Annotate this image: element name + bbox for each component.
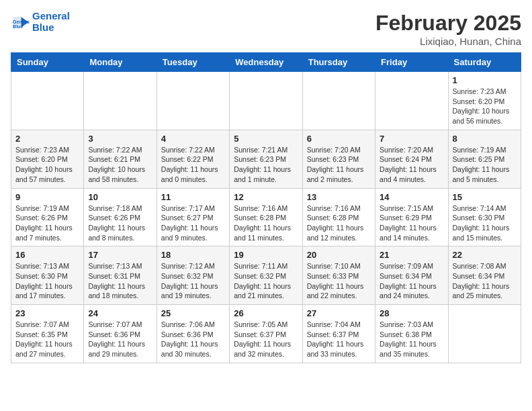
- day-info: Sunrise: 7:18 AM Sunset: 6:26 PM Dayligh…: [88, 203, 152, 243]
- day-number: 27: [307, 308, 371, 318]
- weekday-header-sunday: Sunday: [11, 53, 84, 72]
- weekday-header-saturday: Saturday: [448, 53, 521, 72]
- day-info: Sunrise: 7:21 AM Sunset: 6:23 PM Dayligh…: [234, 145, 298, 185]
- day-number: 19: [234, 250, 298, 260]
- calendar-cell: 2Sunrise: 7:23 AM Sunset: 6:20 PM Daylig…: [11, 130, 84, 188]
- calendar-cell: 4Sunrise: 7:22 AM Sunset: 6:22 PM Daylig…: [157, 130, 229, 188]
- calendar-cell: 23Sunrise: 7:07 AM Sunset: 6:35 PM Dayli…: [11, 305, 84, 363]
- day-number: 4: [161, 134, 225, 144]
- calendar-cell: 27Sunrise: 7:04 AM Sunset: 6:37 PM Dayli…: [302, 305, 375, 363]
- day-info: Sunrise: 7:05 AM Sunset: 6:37 PM Dayligh…: [234, 320, 298, 359]
- title-block: February 2025 Lixiqiao, Hunan, China: [375, 11, 521, 47]
- day-number: 14: [380, 192, 443, 202]
- day-info: Sunrise: 7:19 AM Sunset: 6:26 PM Dayligh…: [15, 203, 79, 243]
- day-number: 11: [161, 192, 225, 202]
- day-info: Sunrise: 7:07 AM Sunset: 6:35 PM Dayligh…: [15, 320, 79, 359]
- day-info: Sunrise: 7:23 AM Sunset: 6:20 PM Dayligh…: [453, 87, 517, 126]
- day-number: 26: [234, 308, 298, 318]
- weekday-header-row: SundayMondayTuesdayWednesdayThursdayFrid…: [11, 53, 521, 72]
- calendar-cell: 5Sunrise: 7:21 AM Sunset: 6:23 PM Daylig…: [230, 130, 302, 188]
- day-number: 18: [161, 250, 225, 260]
- day-info: Sunrise: 7:12 AM Sunset: 6:32 PM Dayligh…: [161, 261, 225, 301]
- calendar-week-row: 2Sunrise: 7:23 AM Sunset: 6:20 PM Daylig…: [11, 130, 521, 188]
- calendar-cell: 14Sunrise: 7:15 AM Sunset: 6:29 PM Dayli…: [375, 188, 448, 246]
- day-number: 15: [453, 192, 517, 202]
- day-number: 21: [380, 250, 443, 260]
- calendar-cell: 6Sunrise: 7:20 AM Sunset: 6:23 PM Daylig…: [302, 130, 375, 188]
- calendar-week-row: 9Sunrise: 7:19 AM Sunset: 6:26 PM Daylig…: [11, 188, 521, 246]
- day-number: 2: [15, 134, 79, 144]
- day-number: 28: [380, 308, 443, 318]
- calendar-cell: 13Sunrise: 7:16 AM Sunset: 6:28 PM Dayli…: [302, 188, 375, 246]
- day-number: 23: [15, 308, 79, 318]
- weekday-header-wednesday: Wednesday: [230, 53, 302, 72]
- day-number: 1: [453, 75, 517, 85]
- day-number: 13: [307, 192, 371, 202]
- day-info: Sunrise: 7:08 AM Sunset: 6:34 PM Dayligh…: [453, 261, 517, 301]
- day-info: Sunrise: 7:10 AM Sunset: 6:33 PM Dayligh…: [307, 261, 371, 301]
- day-info: Sunrise: 7:16 AM Sunset: 6:28 PM Dayligh…: [307, 203, 371, 243]
- logo-icon: General Blue: [11, 13, 30, 32]
- day-number: 10: [88, 192, 152, 202]
- logo-line2: Blue: [32, 22, 70, 34]
- day-info: Sunrise: 7:17 AM Sunset: 6:27 PM Dayligh…: [161, 203, 225, 243]
- page-header: General Blue General Blue February 2025 …: [11, 11, 521, 47]
- calendar-cell: 24Sunrise: 7:07 AM Sunset: 6:36 PM Dayli…: [84, 305, 157, 363]
- day-info: Sunrise: 7:22 AM Sunset: 6:21 PM Dayligh…: [88, 145, 152, 185]
- calendar-cell: [448, 305, 521, 363]
- calendar-cell: 7Sunrise: 7:20 AM Sunset: 6:24 PM Daylig…: [375, 130, 448, 188]
- calendar-cell: 16Sunrise: 7:13 AM Sunset: 6:30 PM Dayli…: [11, 246, 84, 305]
- day-info: Sunrise: 7:14 AM Sunset: 6:30 PM Dayligh…: [453, 203, 517, 243]
- calendar-cell: [375, 72, 448, 130]
- calendar-cell: 20Sunrise: 7:10 AM Sunset: 6:33 PM Dayli…: [302, 246, 375, 305]
- day-number: 24: [88, 308, 152, 318]
- calendar-cell: 3Sunrise: 7:22 AM Sunset: 6:21 PM Daylig…: [84, 130, 157, 188]
- day-info: Sunrise: 7:04 AM Sunset: 6:37 PM Dayligh…: [307, 320, 371, 359]
- calendar-cell: 9Sunrise: 7:19 AM Sunset: 6:26 PM Daylig…: [11, 188, 84, 246]
- day-info: Sunrise: 7:11 AM Sunset: 6:32 PM Dayligh…: [234, 261, 298, 301]
- weekday-header-friday: Friday: [375, 53, 448, 72]
- day-info: Sunrise: 7:16 AM Sunset: 6:28 PM Dayligh…: [234, 203, 298, 243]
- calendar-cell: 10Sunrise: 7:18 AM Sunset: 6:26 PM Dayli…: [84, 188, 157, 246]
- calendar-cell: 28Sunrise: 7:03 AM Sunset: 6:38 PM Dayli…: [375, 305, 448, 363]
- day-info: Sunrise: 7:13 AM Sunset: 6:31 PM Dayligh…: [88, 261, 152, 301]
- logo-line1: General: [32, 11, 70, 22]
- calendar-week-row: 16Sunrise: 7:13 AM Sunset: 6:30 PM Dayli…: [11, 246, 521, 305]
- svg-text:Blue: Blue: [13, 24, 23, 29]
- day-info: Sunrise: 7:20 AM Sunset: 6:23 PM Dayligh…: [307, 145, 371, 185]
- logo-text-block: General Blue: [32, 11, 70, 33]
- day-number: 16: [15, 250, 79, 260]
- day-number: 9: [15, 192, 79, 202]
- calendar-cell: 1Sunrise: 7:23 AM Sunset: 6:20 PM Daylig…: [448, 72, 521, 130]
- weekday-header-monday: Monday: [84, 53, 157, 72]
- calendar-cell: 18Sunrise: 7:12 AM Sunset: 6:32 PM Dayli…: [157, 246, 229, 305]
- calendar-cell: 17Sunrise: 7:13 AM Sunset: 6:31 PM Dayli…: [84, 246, 157, 305]
- day-number: 6: [307, 134, 371, 144]
- day-number: 22: [453, 250, 517, 260]
- day-info: Sunrise: 7:13 AM Sunset: 6:30 PM Dayligh…: [15, 261, 79, 301]
- day-info: Sunrise: 7:07 AM Sunset: 6:36 PM Dayligh…: [88, 320, 152, 359]
- day-number: 12: [234, 192, 298, 202]
- calendar-cell: [302, 72, 375, 130]
- calendar-cell: 26Sunrise: 7:05 AM Sunset: 6:37 PM Dayli…: [230, 305, 302, 363]
- day-number: 7: [380, 134, 443, 144]
- calendar-cell: 22Sunrise: 7:08 AM Sunset: 6:34 PM Dayli…: [448, 246, 521, 305]
- day-info: Sunrise: 7:20 AM Sunset: 6:24 PM Dayligh…: [380, 145, 443, 185]
- calendar-cell: 15Sunrise: 7:14 AM Sunset: 6:30 PM Dayli…: [448, 188, 521, 246]
- calendar-cell: [84, 72, 157, 130]
- calendar-cell: 19Sunrise: 7:11 AM Sunset: 6:32 PM Dayli…: [230, 246, 302, 305]
- logo: General Blue General Blue: [11, 11, 70, 33]
- day-info: Sunrise: 7:03 AM Sunset: 6:38 PM Dayligh…: [380, 320, 443, 359]
- calendar-table: SundayMondayTuesdayWednesdayThursdayFrid…: [11, 52, 521, 363]
- calendar-cell: [11, 72, 84, 130]
- month-year-title: February 2025: [375, 11, 521, 36]
- day-number: 8: [453, 134, 517, 144]
- day-info: Sunrise: 7:06 AM Sunset: 6:36 PM Dayligh…: [161, 320, 225, 359]
- day-info: Sunrise: 7:19 AM Sunset: 6:25 PM Dayligh…: [453, 145, 517, 185]
- calendar-week-row: 1Sunrise: 7:23 AM Sunset: 6:20 PM Daylig…: [11, 72, 521, 130]
- svg-text:General: General: [13, 19, 30, 24]
- calendar-cell: 21Sunrise: 7:09 AM Sunset: 6:34 PM Dayli…: [375, 246, 448, 305]
- calendar-cell: 25Sunrise: 7:06 AM Sunset: 6:36 PM Dayli…: [157, 305, 229, 363]
- day-info: Sunrise: 7:09 AM Sunset: 6:34 PM Dayligh…: [380, 261, 443, 301]
- weekday-header-tuesday: Tuesday: [157, 53, 229, 72]
